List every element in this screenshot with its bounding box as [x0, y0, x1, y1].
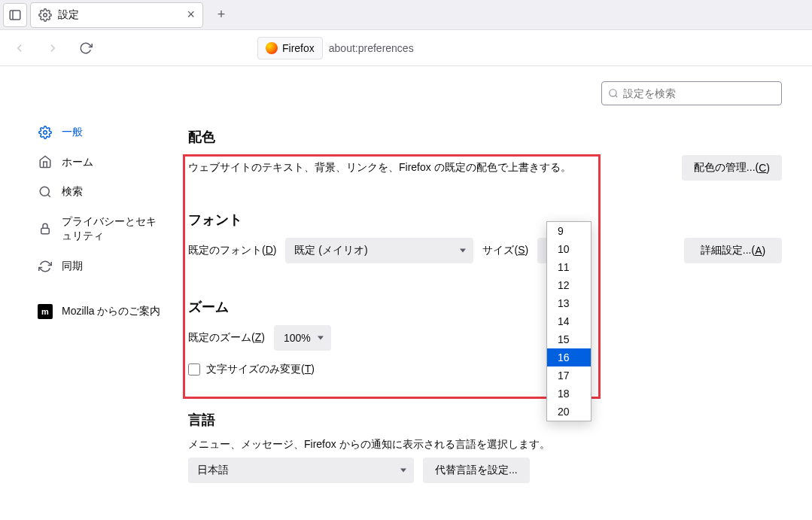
sync-icon	[38, 260, 53, 273]
language-select[interactable]: 日本語	[188, 458, 414, 483]
sidebar-item-search[interactable]: 検索	[30, 178, 173, 205]
sidebar-item-label: 検索	[62, 184, 166, 199]
font-size-option[interactable]: 17	[547, 366, 591, 385]
magnify-icon	[608, 88, 619, 99]
home-icon	[38, 155, 53, 169]
section-heading-zoom: ズーム	[188, 298, 782, 316]
main-panel: 配色 ウェブサイトのテキスト、背景、リンクを、Firefox の既定の配色で上書…	[181, 66, 812, 520]
svg-point-4	[40, 187, 49, 196]
tab-title: 設定	[58, 8, 181, 22]
svg-point-3	[44, 131, 47, 135]
alt-language-button[interactable]: 代替言語を設定...	[423, 458, 530, 483]
font-size-option[interactable]: 20	[547, 403, 591, 421]
svg-point-2	[44, 13, 47, 17]
font-size-dropdown: 910111213141516171820	[546, 221, 592, 421]
browser-tab[interactable]: 設定 ×	[30, 2, 203, 28]
search-icon	[38, 185, 53, 199]
sidebar-item-label: ホーム	[62, 155, 166, 170]
sidebar-item-label: Mozilla からのご案内	[62, 304, 166, 319]
svg-rect-6	[41, 229, 50, 235]
text-zoom-only-checkbox[interactable]	[188, 363, 200, 376]
sidebar-item-sync[interactable]: 同期	[30, 253, 173, 280]
text-zoom-only-label: 文字サイズのみ変更(T)	[206, 363, 315, 376]
mozilla-icon: m	[38, 304, 53, 319]
settings-search[interactable]	[601, 81, 782, 105]
default-zoom-value: 100%	[284, 332, 311, 344]
sidebar-item-mozilla[interactable]: m Mozilla からのご案内	[30, 298, 173, 325]
forward-button[interactable]	[41, 36, 65, 60]
default-font-select[interactable]: 既定 (メイリオ)	[285, 238, 473, 263]
gear-icon	[38, 126, 53, 139]
font-size-option[interactable]: 10	[547, 240, 591, 258]
font-size-option[interactable]: 18	[547, 385, 591, 403]
sidebar-item-general[interactable]: 一般	[30, 119, 173, 146]
sidebar-item-label: プライバシーとセキュリティ	[62, 214, 166, 244]
section-heading-language: 言語	[188, 411, 782, 429]
identity-chip[interactable]: Firefox	[257, 37, 323, 59]
toolbar: Firefox about:preferences	[0, 30, 812, 66]
reload-icon	[79, 41, 93, 55]
section-heading-fonts: フォント	[188, 211, 782, 229]
svg-rect-0	[10, 11, 20, 20]
sidebar-item-privacy[interactable]: プライバシーとセキュリティ	[30, 208, 173, 250]
content-area: 一般 ホーム 検索 プライバシーとセキュリティ 同期 m	[0, 66, 812, 520]
back-button[interactable]	[8, 36, 32, 60]
search-input[interactable]	[623, 87, 775, 99]
font-size-option[interactable]: 9	[547, 222, 591, 240]
new-tab-button[interactable]: +	[211, 5, 232, 26]
back-icon	[13, 41, 26, 55]
svg-line-5	[47, 194, 50, 196]
tab-strip: 設定 × +	[0, 0, 812, 30]
default-zoom-select[interactable]: 100%	[274, 325, 331, 351]
close-icon[interactable]: ×	[187, 7, 195, 23]
url-text: about:preferences	[329, 42, 414, 54]
sidebar-item-label: 同期	[62, 259, 166, 274]
sidebar-item-label: 一般	[62, 125, 166, 140]
reload-button[interactable]	[74, 36, 98, 60]
firefox-icon	[266, 42, 278, 54]
section-heading-colors: 配色	[188, 128, 782, 146]
language-description: メニュー、メッセージ、Firefox からの通知に表示される言語を選択します。	[188, 438, 782, 452]
manage-colors-button[interactable]: 配色の管理...(C)	[682, 155, 782, 181]
font-size-option[interactable]: 12	[547, 276, 591, 294]
font-size-label: サイズ(S)	[482, 244, 528, 257]
font-size-option[interactable]: 15	[547, 330, 591, 348]
font-size-option[interactable]: 14	[547, 312, 591, 330]
gear-icon	[38, 8, 52, 22]
url-bar[interactable]: Firefox about:preferences	[257, 37, 414, 59]
default-zoom-label: 既定のズーム(Z)	[188, 331, 265, 345]
brand-label: Firefox	[282, 42, 315, 54]
default-font-label: 既定のフォント(D)	[188, 244, 276, 257]
colors-description: ウェブサイトのテキスト、背景、リンクを、Firefox の既定の配色で上書きする…	[188, 161, 673, 175]
font-size-option[interactable]: 16	[547, 348, 591, 366]
font-size-option[interactable]: 13	[547, 294, 591, 312]
lock-icon	[38, 222, 53, 236]
font-advanced-button[interactable]: 詳細設定...(A)	[684, 238, 782, 263]
forward-icon	[46, 41, 59, 55]
sidebar-item-home[interactable]: ホーム	[30, 149, 173, 176]
svg-line-8	[616, 96, 618, 98]
svg-point-7	[610, 90, 616, 96]
language-value: 日本語	[197, 464, 229, 477]
sidebar: 一般 ホーム 検索 プライバシーとセキュリティ 同期 m	[0, 66, 181, 520]
recent-history-button[interactable]	[3, 3, 27, 27]
default-font-value: 既定 (メイリオ)	[294, 244, 367, 257]
sidebar-icon	[8, 8, 22, 22]
font-size-option[interactable]: 11	[547, 258, 591, 276]
